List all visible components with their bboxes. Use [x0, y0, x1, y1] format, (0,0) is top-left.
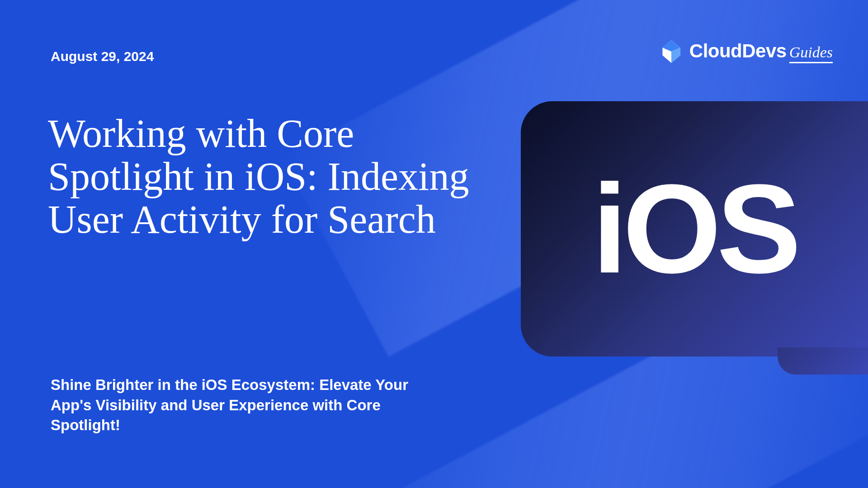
- clouddevs-logo-icon: [659, 39, 684, 64]
- article-title: Working with Core Spotlight in iOS: Inde…: [48, 112, 491, 241]
- ios-badge-text: iOS: [592, 156, 797, 301]
- publish-date: August 29, 2024: [51, 49, 154, 64]
- brand-container: CloudDevs Guides: [659, 39, 833, 64]
- brand-text: CloudDevs Guides: [689, 40, 833, 63]
- ios-badge: iOS: [521, 101, 868, 357]
- brand-suffix: Guides: [789, 44, 833, 63]
- brand-name: CloudDevs: [689, 40, 787, 62]
- article-subtitle: Shine Brighter in the iOS Ecosystem: Ele…: [51, 375, 448, 436]
